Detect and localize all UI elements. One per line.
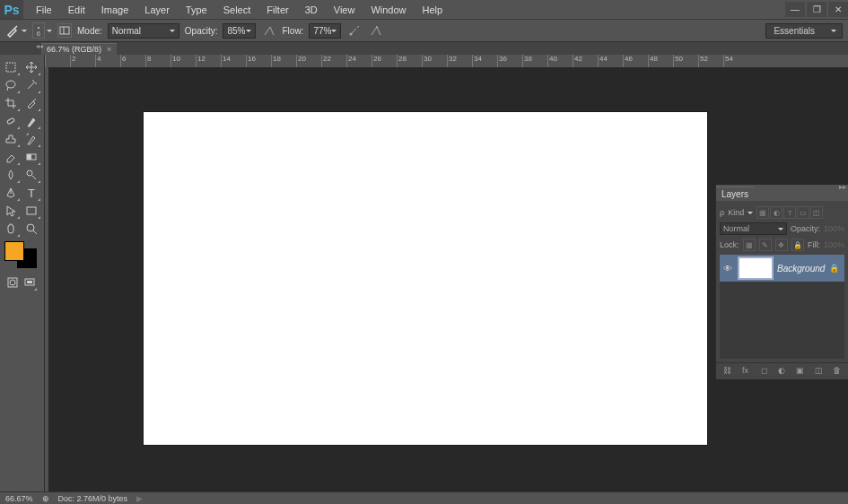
- layer-name[interactable]: Background: [777, 264, 825, 274]
- chevron-down-icon: [747, 212, 753, 214]
- lasso-tool[interactable]: [0, 76, 21, 94]
- history-brush-tool[interactable]: [21, 130, 41, 148]
- layer-thumbnail[interactable]: [738, 256, 774, 280]
- status-info-icon[interactable]: ⊕: [42, 494, 49, 503]
- app-logo: Ps: [0, 0, 23, 19]
- zoom-tool[interactable]: [21, 220, 41, 238]
- status-flyout-icon[interactable]: ▶: [136, 494, 143, 503]
- opacity-input[interactable]: 85%: [223, 23, 255, 39]
- layers-panel-footer: ⛓ fx ◻ ◐ ▣ ◫ 🗑: [716, 362, 848, 379]
- menu-file[interactable]: File: [29, 3, 59, 17]
- adjustment-layer-button[interactable]: ◐: [776, 366, 787, 377]
- delete-layer-button[interactable]: 🗑: [832, 366, 843, 377]
- blend-mode-select[interactable]: Normal: [108, 23, 179, 39]
- menu-layer[interactable]: Layer: [137, 3, 177, 17]
- menu-view[interactable]: View: [327, 3, 363, 17]
- filter-smart-icon[interactable]: ◫: [810, 206, 823, 219]
- type-tool[interactable]: T: [21, 184, 41, 202]
- document-canvas[interactable]: [144, 112, 707, 445]
- layer-visibility-toggle[interactable]: 👁: [721, 264, 734, 274]
- menu-filter[interactable]: Filter: [259, 3, 295, 17]
- doc-info[interactable]: Doc: 2.76M/0 bytes: [58, 494, 128, 503]
- tablet-pressure-opacity-button[interactable]: [261, 22, 277, 39]
- hand-tool[interactable]: [0, 220, 21, 238]
- filter-pixel-icon[interactable]: ▦: [756, 206, 769, 219]
- eyedropper-tool[interactable]: [21, 94, 41, 112]
- workspace-switcher[interactable]: Essentials: [765, 23, 843, 39]
- layers-panel-tab[interactable]: Layers: [716, 187, 754, 201]
- document-tab-title: 66.7% (RGB/8): [47, 45, 101, 54]
- layer-opacity-value[interactable]: 100%: [824, 224, 844, 233]
- layer-mask-button[interactable]: ◻: [758, 366, 769, 377]
- options-bar: •6 Mode: Normal Opacity: 85% Flow: 77% E…: [0, 19, 848, 42]
- pen-tool[interactable]: [0, 184, 21, 202]
- svg-point-2: [350, 33, 353, 36]
- horizontal-ruler[interactable]: 2468101214161820222426283032343638404244…: [45, 55, 848, 67]
- document-tab[interactable]: 66.7% (RGB/8) ×: [41, 43, 117, 55]
- foreground-color-swatch[interactable]: [4, 241, 24, 261]
- layer-row[interactable]: 👁 Background 🔒: [720, 255, 844, 282]
- menu-image[interactable]: Image: [94, 3, 136, 17]
- crop-tool[interactable]: [0, 94, 21, 112]
- fill-value[interactable]: 100%: [824, 240, 844, 249]
- lasso-icon: [4, 79, 17, 91]
- filter-type-icon[interactable]: T: [783, 206, 796, 219]
- dodge-tool[interactable]: [21, 166, 41, 184]
- eraser-tool[interactable]: [0, 148, 21, 166]
- stamp-icon: [4, 133, 17, 145]
- menu-edit[interactable]: Edit: [61, 3, 92, 17]
- svg-point-5: [6, 81, 15, 88]
- collapse-dock-icon[interactable]: ▸▸: [839, 183, 846, 191]
- link-layers-button[interactable]: ⛓: [721, 366, 732, 377]
- menu-window[interactable]: Window: [363, 3, 413, 17]
- layer-blend-mode-select[interactable]: Normal: [720, 222, 787, 235]
- filter-shape-icon[interactable]: ▭: [797, 206, 809, 219]
- tablet-pressure-size-button[interactable]: [368, 22, 384, 39]
- quick-mask-button[interactable]: [4, 274, 21, 291]
- path-selection-tool[interactable]: [0, 202, 21, 220]
- close-tab-button[interactable]: ×: [107, 45, 111, 54]
- move-tool[interactable]: [21, 58, 41, 76]
- marquee-tool[interactable]: [0, 58, 21, 76]
- airbrush-button[interactable]: [346, 22, 363, 39]
- magic-wand-tool[interactable]: [21, 76, 41, 94]
- lock-transparency-icon[interactable]: ▦: [743, 239, 756, 251]
- brush-icon: [5, 23, 20, 38]
- shape-tool[interactable]: [21, 202, 41, 220]
- tool-preset-picker[interactable]: [5, 23, 27, 38]
- fill-label: Fill:: [808, 240, 820, 249]
- close-button[interactable]: ✕: [828, 2, 848, 17]
- lock-pixels-icon[interactable]: ✎: [759, 239, 772, 251]
- layer-lock-icon[interactable]: 🔒: [829, 264, 839, 273]
- menu-type[interactable]: Type: [179, 3, 214, 17]
- maximize-button[interactable]: ❐: [807, 2, 826, 17]
- lock-position-icon[interactable]: ✥: [775, 239, 788, 251]
- healing-brush-tool[interactable]: [0, 112, 21, 130]
- brush-tool[interactable]: [21, 112, 41, 130]
- minimize-button[interactable]: —: [785, 2, 805, 17]
- status-bar: 66.67% ⊕ Doc: 2.76M/0 bytes ▶: [0, 491, 848, 504]
- collapse-toolbar-icon[interactable]: ◂◂: [36, 42, 43, 50]
- filter-adjustment-icon[interactable]: ◐: [770, 206, 782, 219]
- menu-help[interactable]: Help: [415, 3, 450, 17]
- lock-label: Lock:: [720, 240, 739, 249]
- brush-picker[interactable]: •6: [32, 22, 52, 39]
- pen-icon: [4, 187, 17, 199]
- zoom-level[interactable]: 66.67%: [5, 494, 33, 503]
- layer-style-button[interactable]: fx: [740, 366, 751, 377]
- svg-point-14: [10, 280, 15, 285]
- group-button[interactable]: ▣: [795, 366, 806, 377]
- gradient-tool[interactable]: [21, 148, 41, 166]
- toggle-brush-panel-button[interactable]: [57, 23, 72, 38]
- lock-all-icon[interactable]: 🔒: [791, 239, 804, 251]
- airbrush-icon: [348, 24, 361, 37]
- blur-tool[interactable]: [0, 166, 21, 184]
- menu-select[interactable]: Select: [216, 3, 258, 17]
- clone-stamp-tool[interactable]: [0, 130, 21, 148]
- screen-icon: [23, 276, 36, 289]
- svg-rect-11: [27, 207, 36, 214]
- new-layer-button[interactable]: ◫: [813, 366, 824, 377]
- screen-mode-button[interactable]: [22, 274, 38, 291]
- flow-input[interactable]: 77%: [309, 23, 341, 39]
- menu-3d[interactable]: 3D: [298, 3, 325, 17]
